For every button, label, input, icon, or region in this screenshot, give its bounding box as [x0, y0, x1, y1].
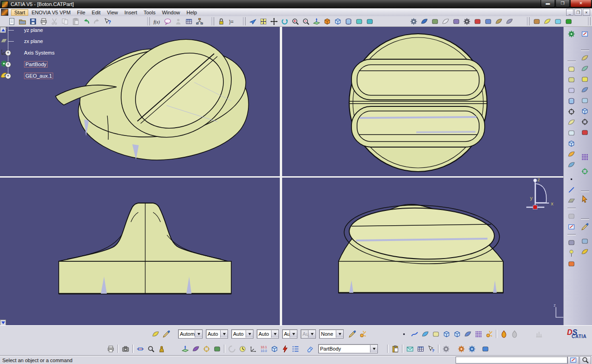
apply-material-icon[interactable]: [580, 222, 590, 232]
plane-icon[interactable]: [566, 195, 577, 206]
cut-icon[interactable]: [49, 16, 60, 27]
design-table-icon[interactable]: [184, 16, 194, 27]
layer-analysis-icon[interactable]: [212, 344, 222, 354]
mechanism-orange-icon[interactable]: [456, 344, 467, 354]
menu-item-view[interactable]: View: [104, 9, 121, 16]
formula-icon[interactable]: f(x): [152, 16, 162, 27]
menu-item-edit[interactable]: Edit: [88, 9, 104, 16]
mdi-minimize-button[interactable]: _: [566, 9, 574, 16]
lock-icon[interactable]: [216, 16, 227, 27]
dropdown-arrow-icon[interactable]: [370, 345, 377, 352]
whats-this-icon[interactable]: ?: [102, 16, 113, 27]
line-icon[interactable]: [566, 185, 577, 195]
extract-icon[interactable]: [440, 16, 451, 27]
toolbar-handle[interactable]: [527, 17, 530, 25]
redo-icon[interactable]: [92, 16, 102, 27]
joint-icon[interactable]: [480, 344, 491, 354]
sketch-tools-icon[interactable]: [566, 211, 577, 222]
power-input-button[interactable]: [567, 356, 579, 364]
tree-label[interactable]: Axis Systems: [24, 50, 55, 56]
tree-item-zx-plane[interactable]: zx plane: [0, 37, 43, 46]
gears-icon[interactable]: [408, 16, 419, 27]
expander-icon[interactable]: +: [5, 62, 11, 68]
wrap-curve-icon[interactable]: [553, 16, 563, 27]
maximize-button[interactable]: ❐: [555, 0, 570, 7]
select-icon[interactable]: [580, 194, 590, 204]
3d-stamp-icon[interactable]: [566, 259, 577, 269]
boundary-icon[interactable]: [580, 117, 590, 127]
menu-item-enovia-v5-vpm[interactable]: ENOVIA V5 VPM: [28, 9, 74, 16]
send-mail-icon[interactable]: [405, 344, 415, 354]
dropdown-arrow-icon[interactable]: [220, 330, 228, 338]
sweep-icon[interactable]: [419, 16, 430, 27]
project-icon[interactable]: [580, 106, 590, 117]
zoom-out-icon[interactable]: [301, 16, 311, 27]
brush-icon[interactable]: [347, 329, 358, 339]
tree-item-yz-plane[interactable]: yz plane: [0, 25, 43, 35]
update-icon[interactable]: [566, 29, 577, 39]
loft-icon[interactable]: [566, 117, 577, 128]
close-button[interactable]: ✕: [570, 0, 592, 7]
mdi-close-button[interactable]: ×: [583, 9, 590, 16]
conferencing-icon[interactable]: [415, 344, 426, 354]
eraser-icon[interactable]: [305, 344, 315, 354]
pan-icon[interactable]: [269, 16, 279, 27]
histogram-icon[interactable]: [534, 329, 544, 339]
dropdown-arrow-icon[interactable]: [246, 330, 253, 338]
offset-surface-icon[interactable]: [580, 85, 590, 95]
menu-item-window[interactable]: Window: [159, 9, 183, 16]
mdi-restore-button[interactable]: ❐: [574, 9, 582, 16]
quick-print-icon[interactable]: [105, 344, 116, 354]
settings-gear-icon[interactable]: [462, 16, 472, 27]
tree-scroll-up-button[interactable]: [0, 27, 6, 33]
shading-icon[interactable]: [322, 16, 333, 27]
minimize-button[interactable]: ▬: [541, 0, 555, 7]
dropdown-arrow-icon[interactable]: [290, 330, 297, 338]
rotate-icon[interactable]: [279, 16, 290, 27]
capture-icon[interactable]: [120, 344, 131, 354]
flag-note-icon[interactable]: [566, 248, 577, 259]
hole-icon[interactable]: [566, 106, 577, 117]
combo-auto-1[interactable]: Auto: [206, 329, 228, 339]
menu-item-tools[interactable]: Tools: [140, 9, 159, 16]
measure-item-icon[interactable]: [146, 344, 156, 354]
pattern-icon[interactable]: [580, 152, 590, 162]
surface-patch-icon[interactable]: [420, 329, 431, 339]
blend-icon[interactable]: [430, 16, 440, 27]
view-manipulation-2-icon[interactable]: [452, 329, 462, 339]
trim-icon[interactable]: [580, 95, 590, 106]
symmetry-icon[interactable]: [493, 16, 504, 27]
sew-surface-icon[interactable]: [566, 160, 577, 170]
open-catalog-icon[interactable]: [161, 329, 172, 339]
manipulation-icon[interactable]: [237, 344, 248, 354]
knowledge-inspector-icon[interactable]: [173, 16, 184, 27]
wave-analysis-icon[interactable]: [504, 16, 515, 27]
porcupine-analysis-icon[interactable]: [201, 344, 212, 354]
instantiate-icon[interactable]: [580, 236, 590, 247]
toolbar-handle[interactable]: [243, 17, 246, 25]
thick-surface-icon[interactable]: [566, 149, 577, 160]
fit-all-in-icon[interactable]: [258, 16, 269, 27]
flag-analysis-off-icon[interactable]: [509, 329, 520, 339]
toolbar-handle[interactable]: [211, 17, 214, 25]
measure-between-icon[interactable]: [135, 344, 146, 354]
combo-automatic[interactable]: Autom: [178, 329, 203, 339]
energy-icon[interactable]: [280, 344, 290, 354]
isometric-view-icon[interactable]: [333, 16, 343, 27]
expander-icon[interactable]: +: [5, 73, 11, 79]
comment-icon[interactable]: [162, 16, 173, 27]
wrap-surface-icon[interactable]: [563, 16, 574, 27]
context-help-icon[interactable]: ?: [426, 344, 437, 354]
wand-icon[interactable]: [358, 329, 368, 339]
point-creation-icon[interactable]: [399, 329, 409, 339]
menu-item-start[interactable]: Start: [11, 9, 28, 16]
multi-result-icon[interactable]: [462, 329, 473, 339]
expander-icon[interactable]: +: [5, 50, 11, 56]
sphere-icon[interactable]: [580, 74, 590, 85]
multi-section-icon[interactable]: [580, 63, 590, 74]
curvature-analysis-icon[interactable]: [191, 344, 201, 354]
tree-item-axis-systems[interactable]: + Axis Systems: [0, 48, 55, 57]
view-manipulation-icon[interactable]: [441, 329, 452, 339]
copy-icon[interactable]: [60, 16, 70, 27]
box-display-icon[interactable]: [269, 344, 280, 354]
